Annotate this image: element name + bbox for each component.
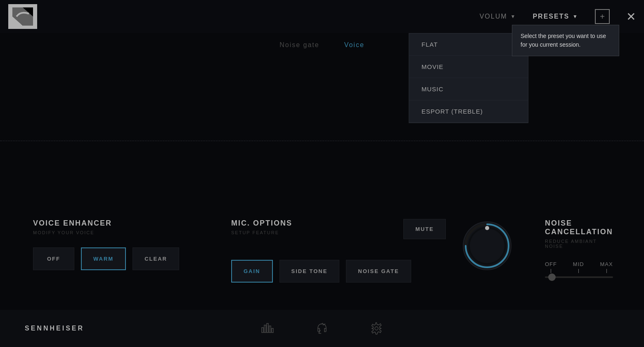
preset-item-esport[interactable]: ESPORT (TREBLE) [409,100,528,123]
presets-dropdown: FLAT MOVIE MUSIC ESPORT (TREBLE) [409,33,528,123]
preset-tooltip: Select the preset you want to use for yo… [512,25,619,56]
preset-item-flat[interactable]: FLAT [409,33,528,56]
preset-item-movie[interactable]: MOVIE [409,56,528,78]
preset-item-music[interactable]: MUSIC [409,78,528,100]
tooltip-text: Select the preset you want to use for yo… [521,33,606,48]
